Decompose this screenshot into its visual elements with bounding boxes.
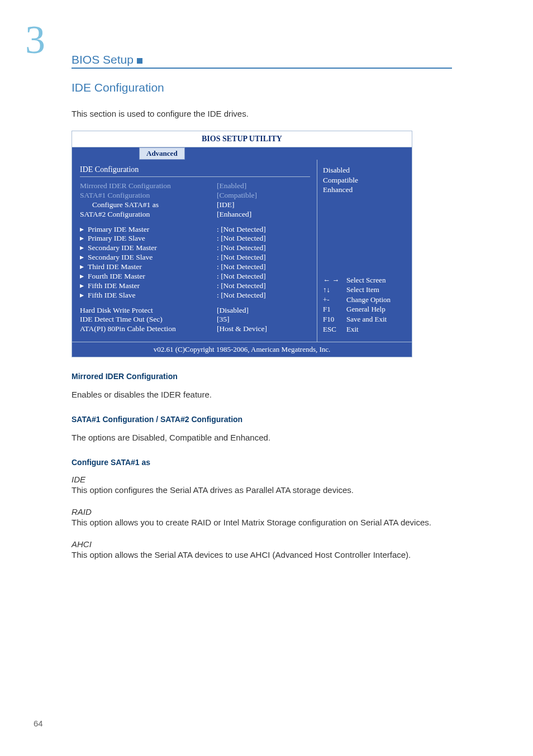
bios-row-value: : [Not Detected] [217, 281, 266, 291]
bios-row-label-text: Secondary IDE Master [88, 243, 157, 252]
bios-config-row: Configure SATA#1 as[IDE] [80, 200, 310, 210]
bios-help-action: General Help [346, 304, 386, 314]
triangle-right-icon: ▸ [80, 281, 88, 291]
heading-sata-config: SATA#1 Configuration / SATA#2 Configurat… [72, 415, 452, 424]
bios-screenshot: BIOS SETUP UTILITY Advanced IDE Configur… [72, 131, 412, 357]
label-ide: IDE [72, 475, 452, 484]
bios-help-action: Exit [346, 324, 359, 334]
bios-config-row: ▸Primary IDE Master: [Not Detected] [80, 225, 310, 235]
bios-row-label: IDE Detect Time Out (Sec) [80, 315, 217, 324]
bios-help-option: Disabled [323, 165, 406, 175]
bios-help-key-row: ← →Select Screen [323, 275, 406, 285]
bios-help-option: Enhanced [323, 185, 406, 195]
bios-row-label-text: SATA#2 Configuration [80, 210, 150, 218]
bios-row-label: ATA(PI) 80Pin Cable Detection [80, 324, 217, 334]
triangle-right-icon: ▸ [80, 262, 88, 272]
bios-row-label-text: SATA#1 Configuration [80, 191, 150, 199]
text-raid: This option allows you to create RAID or… [72, 516, 452, 528]
bios-row-value: [35] [217, 315, 230, 324]
bios-config-row: ATA(PI) 80Pin Cable Detection[Host & Dev… [80, 324, 310, 334]
bios-row-label-text: Primary IDE Slave [88, 234, 145, 242]
bios-row-label-text: Primary IDE Master [88, 225, 149, 233]
text-ide: This option configures the Serial ATA dr… [72, 484, 452, 496]
bios-row-value: : [Not Detected] [217, 272, 266, 281]
bios-row-value: [Enhanced] [217, 210, 251, 219]
bios-config-row: IDE Detect Time Out (Sec)[35] [80, 315, 310, 324]
bios-row-label-text: Fifth IDE Slave [88, 291, 136, 299]
bios-row-value: : [Not Detected] [217, 253, 266, 262]
bios-row-value: : [Not Detected] [217, 225, 266, 235]
breadcrumb: BIOS Setup [72, 53, 452, 69]
bios-row-label: ▸Primary IDE Slave [80, 234, 217, 243]
page-number: 64 [34, 719, 43, 728]
bios-title: BIOS SETUP UTILITY [72, 131, 412, 147]
bios-row-value: : [Not Detected] [217, 243, 266, 253]
bios-config-row: ▸Secondary IDE Master: [Not Detected] [80, 243, 310, 253]
bios-row-label: SATA#2 Configuration [80, 210, 217, 219]
bios-row-value: : [Not Detected] [217, 234, 266, 243]
bios-config-row: ▸Secondary IDE Slave: [Not Detected] [80, 253, 310, 262]
bios-row-label: ▸Secondary IDE Master [80, 243, 217, 253]
bios-row-label: Mirrored IDER Configuration [80, 181, 217, 191]
bios-config-row: ▸Fifth IDE Master: [Not Detected] [80, 281, 310, 291]
bios-row-value: [Disabled] [217, 306, 249, 315]
bios-help-action: Select Screen [346, 275, 386, 285]
bios-row-label-text: Fourth IDE Master [88, 272, 145, 280]
triangle-right-icon: ▸ [80, 291, 88, 300]
bios-help-key: ← → [323, 275, 346, 285]
bios-help-option: Compatible [323, 175, 406, 185]
bios-config-row: SATA#2 Configuration[Enhanced] [80, 210, 310, 219]
bios-config-row: SATA#1 Configuration[Compatible] [80, 191, 310, 200]
bios-row-value: [Enabled] [217, 181, 246, 191]
bios-help-options: Disabled Compatible Enhanced [323, 165, 406, 195]
bios-row-label-text: Configure SATA#1 as [92, 200, 159, 209]
text-ahci: This option allows the Serial ATA device… [72, 549, 452, 561]
bios-row-label: ▸Third IDE Master [80, 262, 217, 272]
triangle-right-icon: ▸ [80, 253, 88, 262]
bios-help-keys: ← →Select Screen↑↓Select Item+-Change Op… [323, 275, 406, 334]
bios-tab-advanced: Advanced [139, 147, 185, 160]
bios-right-panel: Disabled Compatible Enhanced ← →Select S… [317, 160, 412, 342]
section-intro: This section is used to configure the ID… [72, 108, 452, 119]
bios-config-row: Hard Disk Write Protect[Disabled] [80, 306, 310, 315]
label-ahci: AHCI [72, 539, 452, 549]
bios-tabs: Advanced [72, 147, 412, 160]
bios-row-label-text: Secondary IDE Slave [88, 253, 153, 261]
bios-config-row: ▸Fifth IDE Slave: [Not Detected] [80, 291, 310, 300]
text-sata-config: The options are Disabled, Compatible and… [72, 432, 452, 443]
bios-config-row: Mirrored IDER Configuration[Enabled] [80, 181, 310, 191]
bios-row-value: [Compatible] [217, 191, 257, 200]
bios-row-label: ▸Primary IDE Master [80, 225, 217, 235]
bios-config-row: ▸Fourth IDE Master: [Not Detected] [80, 272, 310, 281]
bios-row-label: ▸Secondary IDE Slave [80, 253, 217, 262]
bios-help-action: Save and Exit [346, 314, 387, 324]
bios-row-label: ▸Fifth IDE Master [80, 281, 217, 291]
triangle-right-icon: ▸ [80, 243, 88, 253]
heading-mirrored-ider: Mirrored IDER Configuration [72, 372, 452, 381]
bios-help-key-row: +-Change Option [323, 295, 406, 305]
bios-help-key: +- [323, 295, 346, 305]
bios-row-value: : [Not Detected] [217, 291, 266, 300]
bios-help-key-row: ESCExit [323, 324, 406, 334]
bios-help-key: F10 [323, 314, 346, 324]
triangle-right-icon: ▸ [80, 234, 88, 243]
heading-configure-sata1: Configure SATA#1 as [72, 458, 452, 467]
bios-row-label-text: Fifth IDE Master [88, 281, 140, 290]
bios-row-value: : [Not Detected] [217, 262, 266, 272]
triangle-right-icon: ▸ [80, 272, 88, 281]
bios-config-row: ▸Third IDE Master: [Not Detected] [80, 262, 310, 272]
bios-help-key: F1 [323, 304, 346, 314]
bios-row-label: ▸Fourth IDE Master [80, 272, 217, 281]
bios-help-action: Select Item [346, 285, 379, 295]
bios-help-key-row: ↑↓Select Item [323, 285, 406, 295]
bios-row-label-text: ATA(PI) 80Pin Cable Detection [80, 324, 176, 333]
bios-divider [80, 176, 310, 177]
bios-row-label-text: Mirrored IDER Configuration [80, 181, 171, 190]
bios-help-key: ESC [323, 324, 346, 334]
triangle-right-icon: ▸ [80, 225, 88, 235]
bios-help-key: ↑↓ [323, 285, 346, 295]
bios-row-label: Hard Disk Write Protect [80, 306, 217, 315]
bios-row-label-text: Third IDE Master [88, 262, 142, 271]
bios-row-label: SATA#1 Configuration [80, 191, 217, 200]
breadcrumb-square-icon [137, 58, 142, 64]
